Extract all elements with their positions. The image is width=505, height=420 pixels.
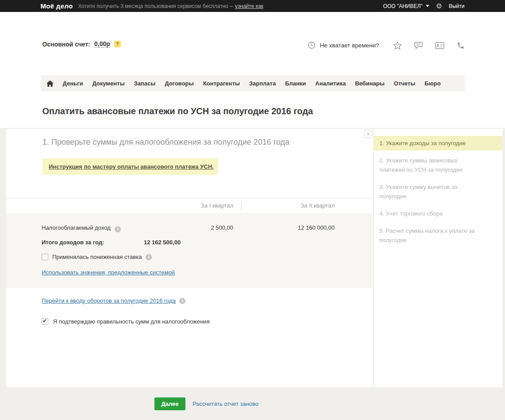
step-number: 2.	[379, 157, 384, 164]
step-number: 3.	[379, 184, 384, 190]
company-name: ООО "АНИВЕЛ"	[383, 3, 423, 9]
step-item-4[interactable]: 4.Учет торгового сбора	[374, 206, 502, 221]
instruction-banner: Инструкция по мастеру оплаты авансового …	[42, 158, 218, 175]
step-number: 4.	[379, 210, 384, 217]
header-icons	[393, 41, 465, 50]
step-label: Расчет суммы налога к уплате за полугоди…	[379, 227, 474, 243]
step-label: Укажите сумму вычетов за полугодие	[379, 184, 457, 200]
nav-item-reports[interactable]: Отчеты	[394, 80, 416, 87]
nav-item-contracts[interactable]: Договоры	[165, 80, 193, 87]
steps-sidebar: 1.Укажите доходы за полугодие 2.Укажите …	[374, 129, 502, 387]
help-badge[interactable]: ?	[114, 41, 121, 47]
step-label: Учет торгового сбора	[386, 210, 443, 217]
info-icon[interactable]	[179, 298, 185, 304]
nav-item-analytics[interactable]: Аналитика	[315, 80, 346, 87]
step-number: 5.	[379, 227, 384, 234]
chat-icon[interactable]	[414, 42, 423, 49]
company-menu[interactable]: ООО "АНИВЕЛ"	[383, 3, 429, 9]
steps-list: 1.Укажите доходы за полугодие 2.Укажите …	[374, 129, 502, 247]
info-icon[interactable]	[146, 254, 152, 260]
use-system-values-link[interactable]: Использовать значения, предложенные сист…	[42, 269, 175, 276]
title-wrap: Оплатить авансовые платежи по УСН за пол…	[0, 106, 505, 116]
clock-icon	[308, 41, 316, 49]
promo-link[interactable]: узнайте как	[235, 3, 263, 9]
income-row-label: Налогооблагаемый доход	[42, 224, 121, 232]
wizard-panel: 1. Проверьте суммы для налогообложения з…	[6, 129, 373, 387]
topbar: Моё дело Хотите получить 3 месяца пользо…	[0, 0, 505, 12]
phone-icon[interactable]	[457, 42, 465, 50]
star-icon[interactable]	[393, 41, 402, 50]
step-item-1[interactable]: 1.Укажите доходы за полугодие	[374, 136, 502, 150]
no-time-link[interactable]: Не хватает времени?	[308, 41, 379, 49]
nav-item-money[interactable]: Деньги	[63, 80, 83, 87]
confirm-label[interactable]: Я подтверждаю правильность сумм для нало…	[53, 318, 209, 325]
header: Основной счет: 0,00р ? Не хватает времен…	[0, 12, 505, 75]
total-income-value: 12 162 500,00	[144, 239, 181, 246]
info-icon[interactable]	[115, 226, 121, 232]
confirm-checkbox[interactable]	[42, 318, 48, 325]
contact-card-icon[interactable]	[435, 42, 444, 49]
promo-text: Хотите получить 3 месяца пользования сер…	[78, 3, 232, 9]
main-nav: Деньги Документы Запасы Договоры Контраг…	[0, 75, 505, 92]
step-label: Укажите суммы авансовых платежей по УСН …	[379, 157, 463, 173]
account-value[interactable]: 0,00р	[94, 40, 110, 48]
chevron-down-icon	[426, 5, 429, 7]
account-label: Основной счет:	[42, 41, 90, 48]
turnover-row: Перейти к вводу оборотов за полугодие 20…	[42, 297, 185, 304]
total-income-label: Итого доходов за год:	[42, 239, 104, 246]
gear-icon[interactable]	[436, 3, 442, 10]
app-logo[interactable]: Моё дело	[41, 2, 73, 10]
nav-home-icon[interactable]	[46, 80, 54, 87]
income-value-q2: 12 160 000,00	[281, 224, 335, 231]
step-item-2[interactable]: 2.Укажите суммы авансовых платежей по УС…	[374, 153, 502, 177]
step-item-3[interactable]: 3.Укажите сумму вычетов за полугодие	[374, 180, 502, 204]
income-section: Налогооблагаемый доход 2 500,00 12 160 0…	[6, 213, 373, 288]
nav-item-bureau[interactable]: Бюро	[424, 80, 440, 87]
quarters-table-header: За I квартал За II квартал	[6, 198, 373, 213]
column-header-q2: За II квартал	[281, 198, 335, 213]
income-value-q1: 2 500,00	[180, 224, 233, 231]
instruction-link[interactable]: Инструкция по мастеру оплаты авансового …	[49, 163, 214, 170]
nav-item-counterparties[interactable]: Контрагенты	[203, 80, 240, 87]
nav-item-forms[interactable]: Бланки	[285, 80, 306, 87]
step-label: Укажите доходы за полугодие	[386, 140, 466, 146]
column-divider	[241, 201, 242, 211]
next-button[interactable]: Далее	[154, 397, 185, 410]
header-inner: Основной счет: 0,00р ? Не хватает времен…	[41, 12, 465, 75]
turnover-link[interactable]: Перейти к вводу оборотов за полугодие 20…	[42, 297, 176, 304]
section-heading: 1. Проверьте суммы для налогообложения з…	[42, 138, 289, 147]
no-time-text: Не хватает времени?	[320, 42, 379, 49]
column-header-q1: За I квартал	[180, 198, 233, 213]
main-nav-inner: Деньги Документы Запасы Договоры Контраг…	[41, 75, 465, 92]
step-number: 1.	[379, 140, 384, 146]
page-title: Оплатить авансовые платежи по УСН за пол…	[41, 106, 465, 116]
logout-link[interactable]: Выйти	[449, 3, 465, 9]
nav-item-salary[interactable]: Зарплата	[249, 80, 276, 87]
recalculate-link[interactable]: Рассчитать отчет заново	[193, 401, 258, 407]
nav-item-webinars[interactable]: Вебинары	[355, 80, 385, 87]
content-area: 1. Проверьте суммы для налогообложения з…	[0, 128, 505, 420]
nav-item-documents[interactable]: Документы	[92, 80, 124, 87]
topbar-inner: Моё дело Хотите получить 3 месяца пользо…	[41, 0, 465, 12]
income-label-text: Налогооблагаемый доход	[42, 224, 111, 231]
reduced-rate-checkbox[interactable]	[42, 254, 48, 260]
confirm-row: Я подтверждаю правильность сумм для нало…	[42, 318, 209, 325]
step-item-5[interactable]: 5.Расчет суммы налога к уплате за полуго…	[374, 223, 502, 247]
reduced-rate-label[interactable]: Применялась пониженная ставка	[52, 254, 142, 260]
account-balance: Основной счет: 0,00р ?	[42, 40, 121, 48]
collapse-sidebar-button[interactable]	[364, 130, 372, 138]
nav-item-stock[interactable]: Запасы	[134, 80, 156, 87]
reduced-rate-row: Применялась пониженная ставка	[42, 254, 152, 260]
topbar-right: ООО "АНИВЕЛ" Выйти	[383, 3, 465, 10]
